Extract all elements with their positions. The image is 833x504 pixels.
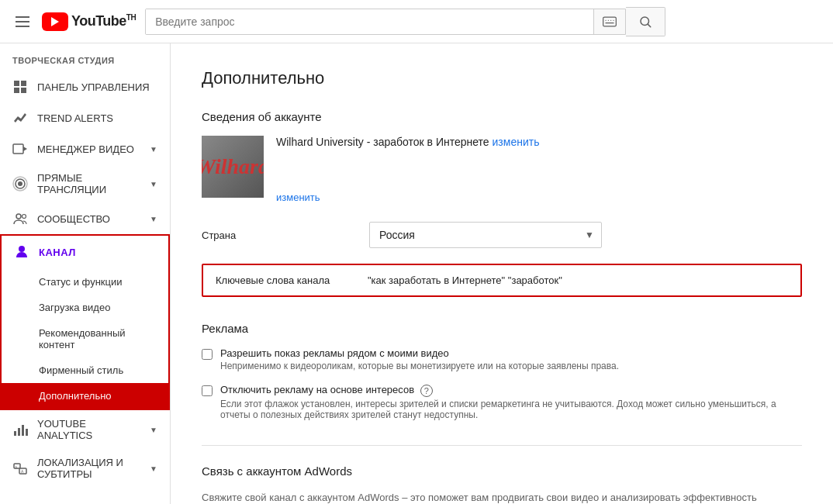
sidebar-sub-upload[interactable]: Загрузка видео — [2, 295, 168, 320]
svg-rect-23 — [22, 425, 24, 436]
account-avatar: Wilhard — [202, 136, 264, 198]
adwords-section-title: Связь с аккаунтом AdWords — [202, 464, 802, 478]
disable-interest-ads-label-text: Отключить рекламу на основе интересов — [220, 384, 414, 395]
sidebar-sub-advanced[interactable]: Дополнительно — [2, 383, 168, 409]
search-bar — [145, 7, 821, 36]
svg-marker-12 — [14, 113, 26, 123]
allow-ads-checkbox[interactable] — [202, 349, 213, 360]
chevron-down-icon: ▼ — [150, 215, 157, 223]
canal-section: КАНАЛ Статус и функции Загрузка видео Ре… — [0, 234, 170, 410]
adwords-section: Связь с аккаунтом AdWords Свяжите свой к… — [202, 464, 802, 504]
sidebar-sub-recommended[interactable]: Рекомендованный контент — [2, 320, 168, 357]
svg-rect-8 — [14, 81, 19, 86]
keyboard-icon — [593, 9, 625, 34]
dashboard-label: ПАНЕЛЬ УПРАВЛЕНИЯ — [37, 81, 150, 93]
video-icon — [12, 141, 28, 157]
svg-rect-24 — [26, 429, 28, 436]
analytics-icon — [12, 422, 28, 437]
account-name-row: Wilhard University - заработок в Интерне… — [276, 136, 539, 148]
svg-rect-21 — [14, 431, 16, 436]
svg-text:A: A — [15, 465, 18, 470]
svg-point-18 — [16, 214, 21, 219]
svg-rect-13 — [13, 144, 23, 154]
sidebar-sub-style[interactable]: Фирменный стиль — [2, 357, 168, 383]
sidebar-item-video-manager[interactable]: МЕНЕДЖЕР ВИДЕО ▼ — [0, 133, 170, 164]
live-label: ПРЯМЫЕ ТРАНСЛЯЦИИ — [37, 172, 140, 195]
disable-interest-ads-wrap: Отключить рекламу на основе интересов ? … — [220, 384, 802, 420]
grid-icon — [12, 79, 28, 95]
hamburger-menu[interactable] — [12, 13, 33, 30]
sidebar-item-live[interactable]: ПРЯМЫЕ ТРАНСЛЯЦИИ ▼ — [0, 164, 170, 203]
disable-interest-ads-label: Отключить рекламу на основе интересов ? — [220, 384, 802, 397]
chevron-down-icon: ▼ — [150, 464, 157, 473]
localization-label: ЛОКАЛИЗАЦИЯ И СУБТИТРЫ — [37, 457, 140, 480]
allow-ads-hint: Неприменимо к видеороликам, которые вы м… — [220, 361, 619, 371]
svg-point-19 — [22, 215, 26, 219]
country-row: Страна Россия ▼ — [202, 222, 802, 248]
community-label: СООБЩЕСТВО — [37, 213, 110, 225]
question-icon[interactable]: ? — [420, 385, 433, 397]
chevron-down-icon: ▼ — [150, 426, 157, 434]
community-icon — [12, 211, 28, 226]
canal-sub-menu: Статус и функции Загрузка видео Рекоменд… — [2, 269, 168, 409]
keywords-label: Ключевые слова канала — [216, 274, 355, 286]
video-manager-label: МЕНЕДЖЕР ВИДЕО — [37, 143, 134, 155]
checkbox-row-1: Разрешить показ рекламы рядом с моими ви… — [202, 347, 802, 371]
svg-point-20 — [19, 246, 25, 252]
sidebar-item-trend-alerts[interactable]: TREND ALERTS — [0, 102, 170, 133]
sidebar-sub-status[interactable]: Статус и функции — [2, 269, 168, 295]
keywords-value: "как заработать в Интернете" "заработок" — [368, 274, 788, 286]
checkbox-row-2: Отключить рекламу на основе интересов ? … — [202, 384, 802, 420]
localization-icon: AA — [12, 461, 28, 476]
allow-ads-label-wrap: Разрешить показ рекламы рядом с моими ви… — [220, 347, 619, 371]
canal-label: КАНАЛ — [39, 247, 76, 258]
divider — [202, 445, 802, 446]
chevron-down-icon: ▼ — [150, 180, 157, 188]
disable-interest-ads-hint: Если этот флажок установлен, интересы зр… — [220, 399, 802, 420]
live-icon — [12, 176, 28, 192]
sidebar-item-community[interactable]: СООБЩЕСТВО ▼ — [0, 203, 170, 234]
trend-icon — [12, 110, 28, 126]
svg-point-15 — [18, 181, 22, 186]
canal-header[interactable]: КАНАЛ — [2, 236, 168, 269]
ads-section: Реклама Разрешить показ рекламы рядом с … — [202, 322, 802, 420]
yt-logo-sup: TH — [126, 13, 136, 22]
yt-logo-text: YouTube — [71, 13, 126, 29]
sidebar: ТВОРЧЕСКАЯ СТУДИЯ ПАНЕЛЬ УПРАВЛЕНИЯ TREN… — [0, 43, 171, 504]
avatar-text: Wilhard — [202, 154, 264, 179]
svg-marker-14 — [23, 147, 27, 151]
topbar: YouTubeTH — [0, 0, 833, 43]
search-button[interactable] — [626, 7, 665, 36]
main-content: Дополнительно Сведения об аккаунте Wilha… — [171, 43, 833, 504]
country-label: Страна — [202, 230, 357, 241]
avatar-inner: Wilhard — [202, 136, 264, 198]
youtube-logo: YouTubeTH — [42, 12, 136, 31]
yt-wordmark: YouTubeTH — [71, 13, 136, 29]
svg-rect-22 — [18, 428, 20, 436]
layout: ТВОРЧЕСКАЯ СТУДИЯ ПАНЕЛЬ УПРАВЛЕНИЯ TREN… — [0, 43, 833, 504]
disable-interest-ads-checkbox[interactable] — [202, 385, 213, 396]
sidebar-item-dashboard[interactable]: ПАНЕЛЬ УПРАВЛЕНИЯ — [0, 71, 170, 102]
svg-rect-10 — [14, 88, 19, 93]
svg-rect-0 — [603, 17, 617, 26]
search-input[interactable] — [146, 9, 593, 34]
change-name-link[interactable]: изменить — [493, 136, 540, 148]
allow-ads-label: Разрешить показ рекламы рядом с моими ви… — [220, 347, 619, 359]
page-title: Дополнительно — [202, 68, 802, 88]
yt-play-icon — [42, 12, 68, 31]
ads-section-title: Реклама — [202, 322, 802, 335]
search-input-wrap — [145, 9, 626, 35]
svg-line-7 — [648, 24, 651, 26]
svg-rect-11 — [21, 88, 26, 93]
account-details: Wilhard University - заработок в Интерне… — [276, 136, 539, 203]
trend-alerts-label: TREND ALERTS — [37, 112, 113, 124]
topbar-left: YouTubeTH — [12, 12, 136, 31]
account-name-text: Wilhard University - заработок в Интерне… — [276, 136, 489, 148]
country-select-wrap: Россия ▼ — [369, 222, 602, 248]
chevron-down-icon: ▼ — [150, 145, 157, 154]
sidebar-item-analytics[interactable]: YOUTUBE ANALYTICS ▼ — [0, 410, 170, 449]
account-info: Wilhard Wilhard University - заработок в… — [202, 136, 802, 203]
sidebar-item-localization[interactable]: AA ЛОКАЛИЗАЦИЯ И СУБТИТРЫ ▼ — [0, 449, 170, 488]
country-select[interactable]: Россия — [369, 222, 602, 248]
change-avatar-link[interactable]: изменить — [276, 192, 539, 203]
